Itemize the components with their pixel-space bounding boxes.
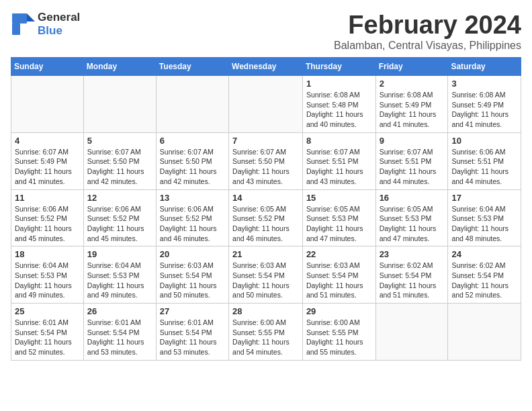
day-info: Sunrise: 6:07 AM Sunset: 5:49 PM Dayligh…: [15, 147, 80, 187]
calendar-cell: 8Sunrise: 6:07 AM Sunset: 5:51 PM Daylig…: [302, 132, 375, 189]
calendar-cell: 10Sunrise: 6:06 AM Sunset: 5:51 PM Dayli…: [448, 132, 521, 189]
calendar-cell: 27Sunrise: 6:01 AM Sunset: 5:54 PM Dayli…: [156, 304, 228, 361]
day-number: 2: [380, 79, 445, 89]
day-info: Sunrise: 6:07 AM Sunset: 5:50 PM Dayligh…: [87, 147, 152, 187]
day-number: 13: [160, 193, 225, 203]
day-number: 8: [306, 136, 372, 146]
day-number: 10: [451, 136, 517, 146]
day-info: Sunrise: 6:02 AM Sunset: 5:54 PM Dayligh…: [380, 261, 445, 300]
calendar-week-row: 18Sunrise: 6:04 AM Sunset: 5:53 PM Dayli…: [11, 246, 521, 304]
logo-text: General Blue: [38, 11, 80, 38]
calendar-cell: 15Sunrise: 6:05 AM Sunset: 5:53 PM Dayli…: [302, 189, 375, 246]
calendar-cell: [83, 76, 156, 133]
day-number: 17: [451, 193, 517, 203]
svg-rect-0: [12, 13, 27, 24]
day-info: Sunrise: 6:01 AM Sunset: 5:54 PM Dayligh…: [160, 318, 225, 357]
calendar-cell: 11Sunrise: 6:06 AM Sunset: 5:52 PM Dayli…: [11, 189, 84, 246]
day-number: 23: [380, 249, 445, 259]
col-header-wednesday: Wednesday: [229, 58, 303, 76]
svg-rect-2: [12, 24, 20, 35]
calendar-cell: [156, 76, 228, 133]
calendar-header-row: SundayMondayTuesdayWednesdayThursdayFrid…: [11, 58, 521, 76]
logo-icon: [11, 12, 35, 36]
col-header-thursday: Thursday: [302, 58, 375, 76]
calendar-week-row: 25Sunrise: 6:01 AM Sunset: 5:54 PM Dayli…: [11, 304, 521, 361]
day-info: Sunrise: 6:03 AM Sunset: 5:54 PM Dayligh…: [160, 261, 225, 300]
day-number: 7: [232, 136, 299, 146]
day-info: Sunrise: 6:04 AM Sunset: 5:53 PM Dayligh…: [87, 261, 152, 300]
day-number: 16: [380, 193, 445, 203]
calendar-cell: 25Sunrise: 6:01 AM Sunset: 5:54 PM Dayli…: [11, 304, 84, 361]
calendar-cell: 12Sunrise: 6:06 AM Sunset: 5:52 PM Dayli…: [83, 189, 156, 246]
day-number: 24: [451, 249, 517, 259]
col-header-sunday: Sunday: [11, 58, 84, 76]
day-info: Sunrise: 6:06 AM Sunset: 5:51 PM Dayligh…: [451, 147, 517, 187]
day-number: 18: [15, 249, 80, 259]
header: General Blue February 2024 Balamban, Cen…: [11, 11, 521, 52]
calendar-cell: [375, 304, 448, 361]
day-number: 19: [87, 249, 152, 259]
day-number: 9: [380, 136, 445, 146]
day-number: 15: [306, 193, 372, 203]
calendar-cell: 19Sunrise: 6:04 AM Sunset: 5:53 PM Dayli…: [83, 246, 156, 304]
title-area: February 2024 Balamban, Central Visayas,…: [334, 11, 521, 52]
calendar-cell: [448, 304, 521, 361]
calendar-cell: 28Sunrise: 6:00 AM Sunset: 5:55 PM Dayli…: [229, 304, 303, 361]
calendar-cell: 4Sunrise: 6:07 AM Sunset: 5:49 PM Daylig…: [11, 132, 84, 189]
day-info: Sunrise: 6:07 AM Sunset: 5:50 PM Dayligh…: [160, 147, 225, 187]
day-info: Sunrise: 6:00 AM Sunset: 5:55 PM Dayligh…: [306, 318, 372, 357]
calendar-cell: 22Sunrise: 6:03 AM Sunset: 5:54 PM Dayli…: [302, 246, 375, 304]
calendar-cell: [229, 76, 303, 133]
day-info: Sunrise: 6:08 AM Sunset: 5:48 PM Dayligh…: [306, 90, 372, 130]
day-info: Sunrise: 6:01 AM Sunset: 5:54 PM Dayligh…: [87, 318, 152, 357]
calendar-week-row: 4Sunrise: 6:07 AM Sunset: 5:49 PM Daylig…: [11, 132, 521, 189]
day-number: 14: [232, 193, 299, 203]
calendar-cell: 29Sunrise: 6:00 AM Sunset: 5:55 PM Dayli…: [302, 304, 375, 361]
day-info: Sunrise: 6:05 AM Sunset: 5:52 PM Dayligh…: [232, 204, 299, 244]
day-info: Sunrise: 6:06 AM Sunset: 5:52 PM Dayligh…: [160, 204, 225, 244]
day-number: 26: [87, 306, 152, 316]
day-number: 11: [15, 193, 80, 203]
calendar-cell: 17Sunrise: 6:04 AM Sunset: 5:53 PM Dayli…: [448, 189, 521, 246]
calendar-cell: 6Sunrise: 6:07 AM Sunset: 5:50 PM Daylig…: [156, 132, 228, 189]
day-info: Sunrise: 6:08 AM Sunset: 5:49 PM Dayligh…: [380, 90, 445, 130]
day-number: 29: [306, 306, 372, 316]
calendar-cell: 18Sunrise: 6:04 AM Sunset: 5:53 PM Dayli…: [11, 246, 84, 304]
day-info: Sunrise: 6:08 AM Sunset: 5:49 PM Dayligh…: [451, 90, 517, 130]
month-title: February 2024: [334, 11, 521, 40]
day-info: Sunrise: 6:07 AM Sunset: 5:51 PM Dayligh…: [306, 147, 372, 187]
day-number: 22: [306, 249, 372, 259]
day-info: Sunrise: 6:06 AM Sunset: 5:52 PM Dayligh…: [87, 204, 152, 244]
day-number: 25: [15, 306, 80, 316]
logo-blue: Blue: [38, 24, 62, 37]
col-header-friday: Friday: [375, 58, 448, 76]
day-info: Sunrise: 6:03 AM Sunset: 5:54 PM Dayligh…: [306, 261, 372, 300]
day-number: 27: [160, 306, 225, 316]
day-info: Sunrise: 6:07 AM Sunset: 5:51 PM Dayligh…: [380, 147, 445, 187]
svg-marker-1: [27, 13, 35, 21]
calendar-cell: 16Sunrise: 6:05 AM Sunset: 5:53 PM Dayli…: [375, 189, 448, 246]
day-number: 1: [306, 79, 372, 89]
day-info: Sunrise: 6:01 AM Sunset: 5:54 PM Dayligh…: [15, 318, 80, 357]
calendar-week-row: 1Sunrise: 6:08 AM Sunset: 5:48 PM Daylig…: [11, 76, 521, 133]
day-number: 21: [232, 249, 299, 259]
day-info: Sunrise: 6:05 AM Sunset: 5:53 PM Dayligh…: [306, 204, 372, 244]
day-number: 4: [15, 136, 80, 146]
day-number: 5: [87, 136, 152, 146]
day-info: Sunrise: 6:00 AM Sunset: 5:55 PM Dayligh…: [232, 318, 299, 357]
day-info: Sunrise: 6:07 AM Sunset: 5:50 PM Dayligh…: [232, 147, 299, 187]
day-info: Sunrise: 6:05 AM Sunset: 5:53 PM Dayligh…: [380, 204, 445, 244]
calendar-cell: [11, 76, 84, 133]
calendar-cell: 20Sunrise: 6:03 AM Sunset: 5:54 PM Dayli…: [156, 246, 228, 304]
calendar-cell: 26Sunrise: 6:01 AM Sunset: 5:54 PM Dayli…: [83, 304, 156, 361]
day-number: 3: [451, 79, 517, 89]
logo-general: General: [38, 11, 80, 24]
calendar-week-row: 11Sunrise: 6:06 AM Sunset: 5:52 PM Dayli…: [11, 189, 521, 246]
day-number: 12: [87, 193, 152, 203]
day-info: Sunrise: 6:06 AM Sunset: 5:52 PM Dayligh…: [15, 204, 80, 244]
calendar-cell: 7Sunrise: 6:07 AM Sunset: 5:50 PM Daylig…: [229, 132, 303, 189]
col-header-monday: Monday: [83, 58, 156, 76]
calendar-cell: 2Sunrise: 6:08 AM Sunset: 5:49 PM Daylig…: [375, 76, 448, 133]
calendar-cell: 9Sunrise: 6:07 AM Sunset: 5:51 PM Daylig…: [375, 132, 448, 189]
logo: General Blue: [11, 11, 80, 38]
